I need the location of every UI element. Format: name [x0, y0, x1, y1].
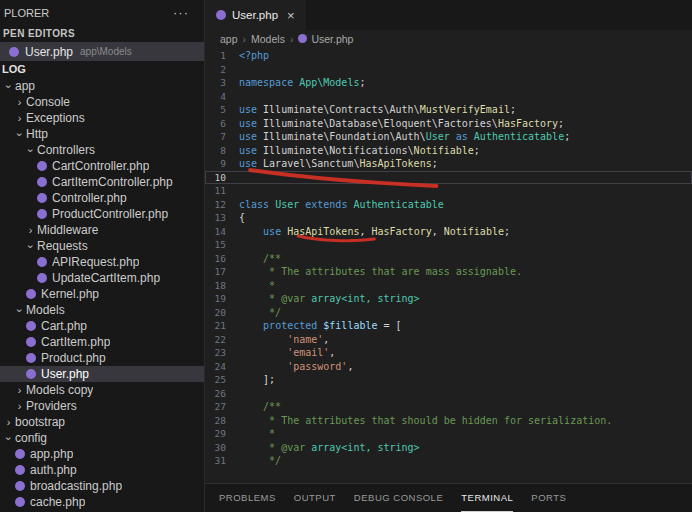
- code-line-9[interactable]: 9use Laravel\Sanctum\HasApiTokens;: [205, 157, 692, 171]
- tree-file-updatecartitem-php[interactable]: UpdateCartItem.php: [0, 270, 204, 286]
- code-line-12[interactable]: 12class User extends Authenticatable: [205, 198, 692, 212]
- line-number[interactable]: 3: [205, 77, 239, 88]
- tree-file-user-php[interactable]: User.php: [0, 366, 204, 382]
- line-number[interactable]: 27: [205, 401, 239, 412]
- line-number[interactable]: 7: [205, 131, 239, 142]
- code-line-1[interactable]: 1<?php: [205, 49, 692, 63]
- panel-tab-terminal[interactable]: TERMINAL: [461, 484, 513, 512]
- line-number[interactable]: 15: [205, 239, 239, 250]
- code-line-17[interactable]: 17 * The attributes that are mass assign…: [205, 265, 692, 279]
- breadcrumb-item-user-php[interactable]: User.php: [298, 33, 353, 45]
- code-line-30[interactable]: 30 * @var array<int, string>: [205, 441, 692, 455]
- code-line-26[interactable]: 26: [205, 387, 692, 401]
- tree-folder-providers[interactable]: ›Providers: [0, 398, 204, 414]
- breadcrumb-item-app[interactable]: app: [220, 33, 238, 45]
- line-number[interactable]: 10: [205, 172, 239, 183]
- line-number[interactable]: 22: [205, 334, 239, 345]
- close-tab-icon[interactable]: ×: [287, 9, 295, 22]
- line-number[interactable]: 4: [205, 91, 239, 102]
- tree-file-controller-php[interactable]: Controller.php: [0, 190, 204, 206]
- line-number[interactable]: 29: [205, 428, 239, 439]
- code-line-28[interactable]: 28 * The attributes that should be hidde…: [205, 414, 692, 428]
- line-number[interactable]: 18: [205, 280, 239, 291]
- code-line-10[interactable]: 10: [205, 171, 692, 185]
- code-line-7[interactable]: 7use Illuminate\Foundation\Auth\User as …: [205, 130, 692, 144]
- line-number[interactable]: 6: [205, 118, 239, 129]
- line-number[interactable]: 23: [205, 347, 239, 358]
- line-number[interactable]: 1: [205, 50, 239, 61]
- line-number[interactable]: 26: [205, 388, 239, 399]
- code-line-3[interactable]: 3namespace App\Models;: [205, 76, 692, 90]
- code-line-13[interactable]: 13{: [205, 211, 692, 225]
- open-editor-item-user-php[interactable]: User.php app\Models: [0, 42, 204, 61]
- tree-folder-controllers[interactable]: ›Controllers: [0, 142, 204, 158]
- code-line-6[interactable]: 6use Illuminate\Database\Eloquent\Factor…: [205, 117, 692, 131]
- code-line-15[interactable]: 15: [205, 238, 692, 252]
- more-actions-icon[interactable]: ···: [173, 5, 189, 20]
- code-line-19[interactable]: 19 * @var array<int, string>: [205, 292, 692, 306]
- code-line-18[interactable]: 18 *: [205, 279, 692, 293]
- code-line-16[interactable]: 16 /**: [205, 252, 692, 266]
- line-number[interactable]: 2: [205, 64, 239, 75]
- tab-user-php[interactable]: User.php ×: [205, 0, 306, 30]
- line-number[interactable]: 20: [205, 307, 239, 318]
- panel-tab-debug-console[interactable]: DEBUG CONSOLE: [354, 484, 443, 512]
- tree-folder-middleware[interactable]: ›Middleware: [0, 222, 204, 238]
- code-line-5[interactable]: 5use Illuminate\Contracts\Auth\MustVerif…: [205, 103, 692, 117]
- code-line-22[interactable]: 22 'name',: [205, 333, 692, 347]
- line-number[interactable]: 8: [205, 145, 239, 156]
- tree-folder-bootstrap[interactable]: ›bootstrap: [0, 414, 204, 430]
- code-line-31[interactable]: 31 */: [205, 454, 692, 468]
- panel-tab-output[interactable]: OUTPUT: [294, 484, 336, 512]
- tree-folder-app[interactable]: ›app: [0, 78, 204, 94]
- tree-folder-models[interactable]: ›Models: [0, 302, 204, 318]
- tree-file-apirequest-php[interactable]: APIRequest.php: [0, 254, 204, 270]
- code-line-2[interactable]: 2: [205, 63, 692, 77]
- code-line-14[interactable]: 14 use HasApiTokens, HasFactory, Notifia…: [205, 225, 692, 239]
- code-line-11[interactable]: 11: [205, 184, 692, 198]
- code-line-24[interactable]: 24 'password',: [205, 360, 692, 374]
- line-number[interactable]: 16: [205, 253, 239, 264]
- tree-file-cartitem-php[interactable]: CartItem.php: [0, 334, 204, 350]
- code-line-25[interactable]: 25 ];: [205, 373, 692, 387]
- line-number[interactable]: 21: [205, 320, 239, 331]
- line-number[interactable]: 12: [205, 199, 239, 210]
- breadcrumb-item-models[interactable]: Models: [251, 33, 285, 45]
- code-line-8[interactable]: 8use Illuminate\Notifications\Notifiable…: [205, 144, 692, 158]
- line-number[interactable]: 11: [205, 185, 239, 196]
- code-line-20[interactable]: 20 */: [205, 306, 692, 320]
- tree-folder-models-copy[interactable]: ›Models copy: [0, 382, 204, 398]
- code-line-29[interactable]: 29 *: [205, 427, 692, 441]
- panel-tab-problems[interactable]: PROBLEMS: [219, 484, 276, 512]
- line-number[interactable]: 5: [205, 104, 239, 115]
- tree-file-auth-php[interactable]: auth.php: [0, 462, 204, 478]
- tree-folder-config[interactable]: ›config: [0, 430, 204, 446]
- line-number[interactable]: 31: [205, 455, 239, 466]
- tree-file-product-php[interactable]: Product.php: [0, 350, 204, 366]
- panel-tab-ports[interactable]: PORTS: [531, 484, 566, 512]
- tree-file-kernel-php[interactable]: Kernel.php: [0, 286, 204, 302]
- tree-file-cart-php[interactable]: Cart.php: [0, 318, 204, 334]
- tree-folder-requests[interactable]: ›Requests: [0, 238, 204, 254]
- line-number[interactable]: 14: [205, 226, 239, 237]
- tree-file-cache-php[interactable]: cache.php: [0, 494, 204, 510]
- open-editors-section-header[interactable]: PEN EDITORS: [0, 25, 204, 42]
- tree-folder-console[interactable]: ›Console: [0, 94, 204, 110]
- workspace-folder-header[interactable]: LOG: [0, 61, 204, 78]
- tree-folder-http[interactable]: ›Http: [0, 126, 204, 142]
- tree-file-broadcasting-php[interactable]: broadcasting.php: [0, 478, 204, 494]
- tree-file-productcontroller-php[interactable]: ProductController.php: [0, 206, 204, 222]
- code-line-4[interactable]: 4: [205, 90, 692, 104]
- line-number[interactable]: 30: [205, 442, 239, 453]
- line-number[interactable]: 9: [205, 158, 239, 169]
- line-number[interactable]: 19: [205, 293, 239, 304]
- tree-folder-exceptions[interactable]: ›Exceptions: [0, 110, 204, 126]
- line-number[interactable]: 25: [205, 374, 239, 385]
- tree-file-app-php[interactable]: app.php: [0, 446, 204, 462]
- line-number[interactable]: 24: [205, 361, 239, 372]
- line-number[interactable]: 17: [205, 266, 239, 277]
- line-number[interactable]: 28: [205, 415, 239, 426]
- code-line-21[interactable]: 21 protected $fillable = [: [205, 319, 692, 333]
- tree-file-cartitemcontroller-php[interactable]: CartItemController.php: [0, 174, 204, 190]
- line-number[interactable]: 13: [205, 212, 239, 223]
